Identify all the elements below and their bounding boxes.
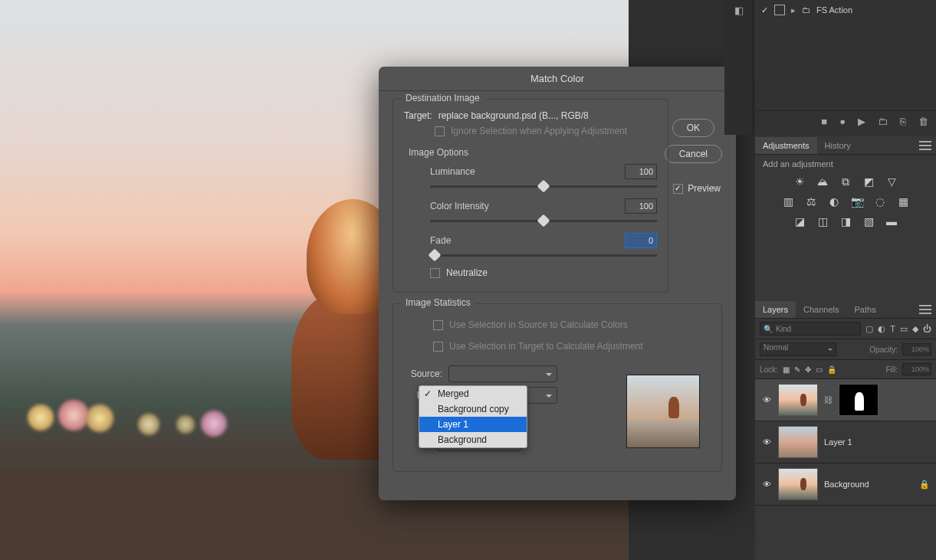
blend-mode-select[interactable]: Normal xyxy=(760,342,836,356)
bw-icon[interactable]: ◐ xyxy=(827,195,841,208)
tab-paths[interactable]: Paths xyxy=(847,301,884,318)
dropdown-item-background-copy[interactable]: Background copy xyxy=(419,401,527,417)
source-dropdown-menu[interactable]: Merged Background copy Layer 1 Backgroun… xyxy=(419,385,527,448)
tab-layers[interactable]: Layers xyxy=(755,301,796,318)
dialog-title: Match Color xyxy=(379,67,736,91)
preview-label: Preview xyxy=(688,183,721,194)
filter-toggle-icon[interactable]: ⏻ xyxy=(923,324,931,334)
mask-thumbnail[interactable] xyxy=(839,384,879,416)
snapshot-icon[interactable] xyxy=(774,5,785,15)
ignore-selection-checkbox xyxy=(435,126,445,136)
luminance-label: Luminance xyxy=(430,166,499,177)
dropdown-item-merged[interactable]: Merged xyxy=(419,386,527,401)
lock-icon: 🔒 xyxy=(919,480,930,490)
brightness-icon[interactable]: ☀ xyxy=(793,175,806,188)
add-adjustment-hint: Add an adjustment xyxy=(763,159,928,169)
visibility-toggle[interactable]: 👁 xyxy=(761,395,772,404)
fill-input[interactable] xyxy=(902,363,931,375)
tab-channels[interactable]: Channels xyxy=(796,301,846,318)
visibility-toggle[interactable]: 👁 xyxy=(761,480,772,489)
fade-slider[interactable] xyxy=(430,254,657,257)
luminance-input[interactable] xyxy=(625,164,657,179)
intensity-input[interactable] xyxy=(625,198,657,214)
opacity-input[interactable] xyxy=(902,343,931,355)
vibrance-icon[interactable]: ▽ xyxy=(885,175,898,188)
layer-thumbnail[interactable] xyxy=(778,384,818,416)
cancel-button[interactable]: Cancel xyxy=(665,145,722,163)
search-icon: 🔍 xyxy=(764,325,773,333)
invert-icon[interactable]: ◪ xyxy=(793,215,806,228)
filter-smart-icon[interactable]: ◆ xyxy=(912,324,918,334)
dropdown-item-background[interactable]: Background xyxy=(419,432,527,447)
mixer-icon[interactable]: ◌ xyxy=(873,195,887,208)
gradient-map-icon[interactable]: ▬ xyxy=(885,215,898,228)
filter-pixel-icon[interactable]: ▢ xyxy=(865,324,873,334)
selective-icon[interactable]: ▧ xyxy=(862,215,875,228)
stop-icon[interactable]: ■ xyxy=(821,116,827,127)
neutralize-label: Neutralize xyxy=(446,267,488,278)
history-action-name[interactable]: FS Action xyxy=(816,5,852,15)
target-value: replace background.psd (B..., RGB/8 xyxy=(438,110,589,121)
filter-type-icon[interactable]: T xyxy=(890,324,895,334)
use-source-checkbox xyxy=(433,320,443,330)
threshold-icon[interactable]: ◨ xyxy=(839,215,852,228)
lock-artboard-icon[interactable]: ▭ xyxy=(816,365,823,374)
levels-icon[interactable]: ⛰ xyxy=(816,175,829,188)
target-label: Target: xyxy=(404,110,432,121)
right-panels: ✓ ▸ 🗀 FS Action ■ ● ▶ 🗀 ⎘ 🗑 Adjustments … xyxy=(755,0,936,560)
play-icon[interactable]: ▶ xyxy=(858,116,865,127)
layer-row[interactable]: 👁 Layer 1 xyxy=(755,421,936,463)
trash-icon[interactable]: 🗑 xyxy=(918,116,928,127)
folder-new-icon[interactable]: 🗀 xyxy=(878,116,888,127)
layer-name[interactable]: Background xyxy=(824,480,869,489)
lock-pos-icon[interactable]: ✥ xyxy=(805,365,811,374)
fill-label: Fill: xyxy=(885,365,898,374)
neutralize-checkbox[interactable] xyxy=(430,268,440,278)
folder-icon: 🗀 xyxy=(802,5,810,15)
link-icon[interactable]: ⛓ xyxy=(824,395,833,404)
dropdown-item-layer-1[interactable]: Layer 1 xyxy=(419,417,527,432)
balance-icon[interactable]: ⚖ xyxy=(804,195,818,208)
curves-icon[interactable]: ⧉ xyxy=(839,175,852,188)
fade-label: Fade xyxy=(430,235,499,246)
lock-all-icon[interactable]: 🔒 xyxy=(827,365,836,374)
ignore-selection-label: Ignore Selection when Applying Adjustmen… xyxy=(451,126,627,136)
destination-legend: Destination Image xyxy=(401,93,484,103)
intensity-slider[interactable] xyxy=(430,220,657,222)
ok-button[interactable]: OK xyxy=(672,119,714,137)
layer-row[interactable]: 👁 ⛓ xyxy=(755,379,936,421)
lut-icon[interactable]: ▦ xyxy=(896,195,910,208)
tab-history[interactable]: History xyxy=(817,137,859,154)
preview-checkbox[interactable] xyxy=(673,184,683,194)
layer-thumbnail[interactable] xyxy=(778,468,818,500)
posterize-icon[interactable]: ◫ xyxy=(816,215,829,228)
panel-menu-icon[interactable] xyxy=(919,141,931,150)
lock-label: Lock: xyxy=(760,365,778,374)
visibility-toggle[interactable]: 👁 xyxy=(761,437,772,447)
match-color-dialog: Match Color OK Cancel Preview Destinatio… xyxy=(379,67,736,500)
new-icon[interactable]: ⎘ xyxy=(900,116,906,127)
fade-input[interactable] xyxy=(625,233,657,248)
layers-menu-icon[interactable] xyxy=(919,305,931,314)
lock-trans-icon[interactable]: ▦ xyxy=(783,365,790,374)
source-preview-thumbnail xyxy=(626,375,700,448)
lock-paint-icon[interactable]: ✎ xyxy=(794,365,800,374)
image-options-legend: Image Options xyxy=(404,147,657,158)
layer-thumbnail[interactable] xyxy=(778,426,818,458)
layer-kind-filter[interactable]: 🔍 Kind xyxy=(760,322,861,336)
hue-icon[interactable]: ▥ xyxy=(781,195,795,208)
layer-row[interactable]: 👁 Background 🔒 xyxy=(755,463,936,506)
source-dropdown[interactable] xyxy=(448,365,557,382)
photo-filter-icon[interactable]: 📷 xyxy=(850,195,864,208)
record-icon[interactable]: ● xyxy=(839,116,846,127)
luminance-slider[interactable] xyxy=(430,185,657,188)
exposure-icon[interactable]: ◩ xyxy=(862,175,875,188)
filter-shape-icon[interactable]: ▭ xyxy=(900,324,908,334)
use-target-label: Use Selection in Target to Calculate Adj… xyxy=(449,341,643,352)
tab-adjustments[interactable]: Adjustments xyxy=(755,137,817,154)
collapsed-panel-strip[interactable]: ◧ xyxy=(724,0,754,135)
chevron-right-icon: ▸ xyxy=(791,5,796,15)
layer-name[interactable]: Layer 1 xyxy=(824,437,852,447)
filter-adjust-icon[interactable]: ◐ xyxy=(878,324,885,334)
panel-icon[interactable]: ◧ xyxy=(724,0,754,20)
